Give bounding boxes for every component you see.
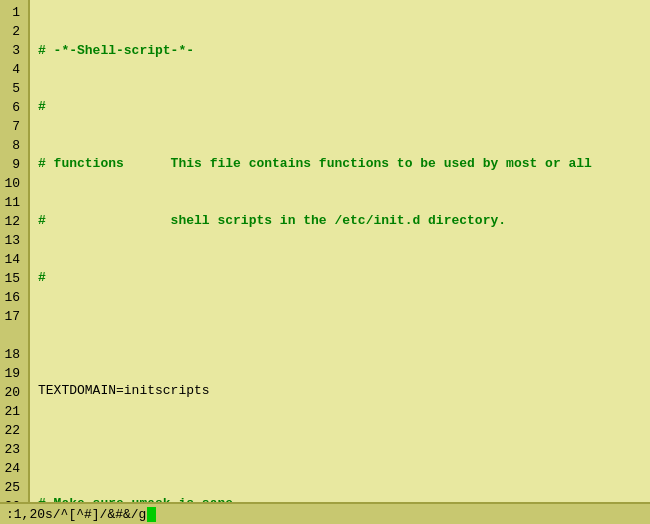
line-9: # Make sure umask is sane	[38, 495, 646, 502]
line-7: TEXTDOMAIN=initscripts	[38, 382, 646, 401]
line-1: # -*-Shell-script-*-	[38, 42, 646, 61]
line-numbers: 1 2 3 4 5 6 7 8 9 10 11 12 13 14 15 16 1…	[0, 0, 30, 502]
status-command: :1,20s/^[^#]/&#&/g	[6, 507, 146, 522]
code-area[interactable]: 1 2 3 4 5 6 7 8 9 10 11 12 13 14 15 16 1…	[0, 0, 650, 502]
line-3: # functions This file contains functions…	[38, 155, 646, 174]
line-4: # shell scripts in the /etc/init.d direc…	[38, 212, 646, 231]
cursor	[147, 507, 156, 522]
line-2: #	[38, 98, 646, 117]
editor: 1 2 3 4 5 6 7 8 9 10 11 12 13 14 15 16 1…	[0, 0, 650, 524]
line-8	[38, 439, 646, 458]
status-bar: :1,20s/^[^#]/&#&/g	[0, 502, 650, 524]
line-5: #	[38, 268, 646, 287]
line-6	[38, 325, 646, 344]
code-content[interactable]: # -*-Shell-script-*- # # functions This …	[30, 0, 650, 502]
